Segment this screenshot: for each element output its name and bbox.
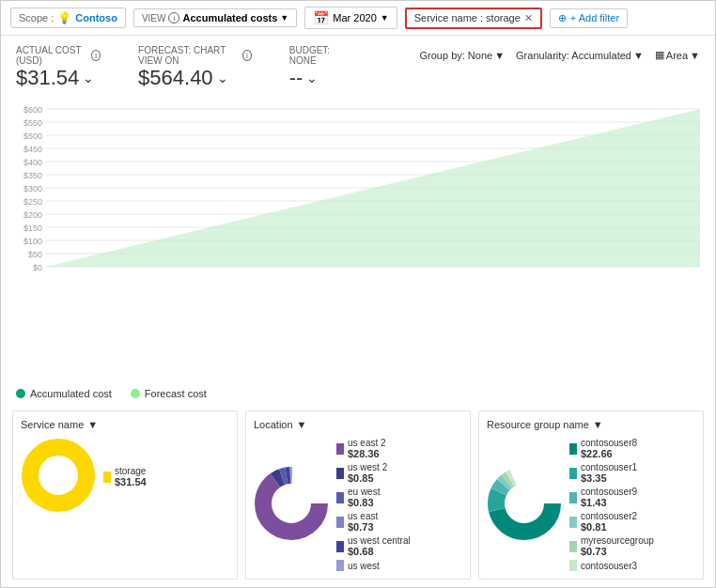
svg-text:$550: $550	[23, 118, 42, 128]
budget-label: BUDGET: NONE	[289, 45, 345, 66]
svg-point-51	[509, 488, 539, 518]
info-icon-view: i	[168, 12, 179, 23]
add-filter-label: + Add filter	[570, 12, 619, 23]
loc-color-3	[336, 492, 344, 503]
date-value: Mar 2020	[333, 12, 376, 23]
legend-accumulated-label: Accumulated cost	[30, 388, 112, 399]
svg-text:Mar 7: Mar 7	[157, 272, 179, 273]
svg-text:Mar 4: Mar 4	[96, 272, 117, 273]
add-filter-button[interactable]: ⊕ + Add filter	[550, 8, 628, 28]
service-panel-content: storage $31.54	[21, 438, 229, 516]
loc-color-2	[336, 468, 344, 479]
resource-row-4: contosouser2 $0.81	[569, 511, 695, 533]
date-button[interactable]: 📅 Mar 2020 ▼	[304, 7, 397, 29]
chevron-down-icon-gran: ▼	[633, 50, 644, 61]
svg-text:Mar 13: Mar 13	[276, 272, 303, 273]
svg-text:$200: $200	[23, 210, 42, 220]
resource-row-5: myresourcegroup $0.73	[569, 535, 695, 557]
service-value-storage: $31.54	[115, 476, 147, 487]
svg-text:$0: $0	[33, 263, 42, 272]
svg-text:$500: $500	[23, 132, 42, 141]
resource-panel-header[interactable]: Resource group name ▼	[487, 419, 695, 430]
location-legend: us east 2 $28.36 us west 2 $0.85	[336, 438, 462, 571]
chevron-down-icon: ▼	[280, 13, 288, 23]
service-panel-title: Service name	[21, 419, 84, 430]
location-panel-header[interactable]: Location ▼	[254, 419, 462, 430]
svg-text:Mar 28: Mar 28	[581, 272, 607, 273]
service-panel-header[interactable]: Service name ▼	[21, 419, 229, 430]
chevron-down-icon-date: ▼	[381, 13, 389, 23]
budget-value: -- ⌄	[289, 66, 345, 90]
granularity-button[interactable]: Granularity: Accumulated ▼	[516, 50, 644, 61]
location-donut	[254, 466, 329, 544]
area-chart-icon: ▦	[655, 49, 664, 61]
calendar-icon: 📅	[313, 10, 329, 25]
actual-cost-metric: ACTUAL COST (USD) i $31.54 ⌄	[16, 45, 101, 90]
svg-text:$350: $350	[23, 171, 42, 180]
location-row-3: eu west $0.83	[336, 487, 462, 508]
resource-donut	[487, 466, 562, 544]
forecast-value: $564.40 ⌄	[138, 66, 252, 90]
location-row-6: us west	[336, 560, 462, 571]
info-icon-forecast[interactable]: i	[242, 50, 252, 61]
budget-metric: BUDGET: NONE -- ⌄	[289, 45, 345, 90]
location-row-1: us east 2 $28.36	[336, 438, 462, 459]
forecast-metric: FORECAST: CHART VIEW ON i $564.40 ⌄	[138, 45, 252, 90]
forecast-label: FORECAST: CHART VIEW ON i	[138, 45, 252, 66]
res-color-6	[569, 560, 577, 571]
loc-color-1	[336, 443, 344, 455]
group-by-button[interactable]: Group by: None ▼	[420, 50, 506, 61]
active-filter[interactable]: Service name : storage ✕	[405, 8, 542, 29]
metrics-row: ACTUAL COST (USD) i $31.54 ⌄ FORECAST: C…	[1, 36, 715, 96]
location-row-4: us east $0.73	[336, 511, 462, 533]
filter-close-icon[interactable]: ✕	[524, 12, 533, 24]
chevron-down-icon-service: ▼	[87, 419, 98, 430]
loc-color-4	[336, 517, 344, 528]
svg-text:Mar 19: Mar 19	[398, 272, 425, 273]
resource-legend: contosouser8 $22.66 contosouser1 $3.35	[569, 438, 695, 571]
svg-point-44	[276, 488, 306, 518]
svg-text:$600: $600	[23, 105, 42, 115]
resource-panel-content: contosouser8 $22.66 contosouser1 $3.35	[487, 438, 695, 571]
chevron-down-icon-group: ▼	[494, 50, 505, 61]
filter-label: Service name : storage	[414, 12, 521, 23]
legend-accumulated: Accumulated cost	[16, 388, 112, 399]
view-button[interactable]: VIEW i Accumulated costs ▼	[133, 8, 297, 27]
info-icon-actual[interactable]: i	[91, 50, 101, 61]
arrow-down-icon-forecast: ⌄	[217, 70, 228, 85]
res-color-3	[569, 492, 577, 503]
loc-color-5	[336, 541, 344, 552]
location-panel-content: us east 2 $28.36 us west 2 $0.85	[254, 438, 462, 571]
res-color-1	[569, 443, 577, 455]
bulb-icon: 💡	[57, 11, 71, 24]
location-panel-title: Location	[254, 419, 293, 430]
location-row-2: us west 2 $0.85	[336, 462, 462, 484]
svg-text:$450: $450	[23, 145, 42, 154]
svg-text:$100: $100	[23, 237, 42, 246]
resource-row-6: contosouser3	[569, 560, 695, 571]
resource-row-1: contosouser8 $22.66	[569, 438, 695, 459]
res-color-4	[569, 517, 577, 528]
res-color-2	[569, 468, 577, 479]
arrow-down-icon: ⌄	[83, 70, 94, 85]
loc-color-6	[336, 560, 344, 571]
chart-type-button[interactable]: ▦ Area ▼	[655, 49, 700, 61]
res-color-5	[569, 541, 577, 552]
x-axis: Mar 1 Mar 4 Mar 7 Mar 10 Mar 13 Mar 16 M…	[35, 272, 700, 273]
location-row-5: us west central $0.68	[336, 535, 462, 557]
actual-cost-label: ACTUAL COST (USD) i	[16, 45, 101, 66]
svg-text:$150: $150	[23, 224, 42, 233]
view-label: VIEW	[142, 13, 166, 23]
view-value: Accumulated costs	[182, 12, 277, 23]
bottom-panels: Service name ▼ storage $31.54	[1, 403, 715, 587]
legend-dot-forecast	[131, 389, 140, 398]
legend-dot-accumulated	[16, 389, 25, 398]
svg-point-38	[43, 460, 73, 490]
chevron-down-icon-view: ▼	[690, 50, 700, 61]
resource-panel: Resource group name ▼	[478, 410, 704, 580]
svg-text:Mar 31: Mar 31	[687, 272, 700, 273]
chevron-down-icon-location: ▼	[297, 419, 307, 430]
svg-text:$250: $250	[23, 197, 42, 207]
scope-button[interactable]: Scope : 💡 Contoso	[10, 8, 126, 28]
legend-forecast: Forecast cost	[131, 388, 207, 399]
